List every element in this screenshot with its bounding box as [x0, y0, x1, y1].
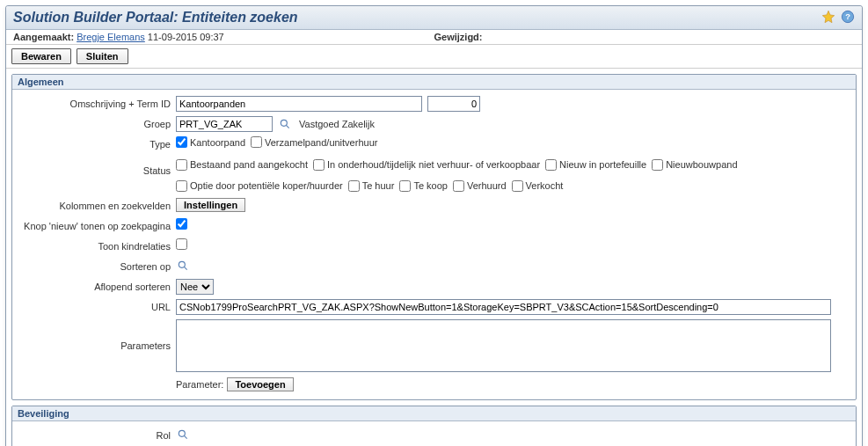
- label-child-rel: Toon kindrelaties: [18, 238, 176, 252]
- meta-bar: Aangemaakt: Bregje Elemans 11-09-2015 09…: [6, 30, 862, 45]
- status-option[interactable]: Verhuurd: [453, 178, 507, 195]
- type-checkbox[interactable]: [251, 136, 262, 148]
- status-label: Nieuwbouwpand: [666, 157, 737, 174]
- label-desc-term: Omschrijving + Term ID: [18, 96, 176, 109]
- svg-line-3: [286, 125, 289, 128]
- status-checkbox[interactable]: [652, 159, 663, 171]
- status-label: Bestaand pand aangekocht: [190, 157, 308, 174]
- label-group: Groep: [18, 116, 176, 129]
- title-bar: Solution Builder Portaal: Entiteiten zoe…: [6, 6, 862, 30]
- status-option[interactable]: Nieuw in portefeuille: [545, 157, 646, 174]
- child-rel-checkbox[interactable]: [176, 238, 187, 250]
- lookup-role-icon[interactable]: [176, 428, 190, 442]
- show-new-checkbox[interactable]: [176, 218, 187, 230]
- created-at: 11-09-2015 09:37: [148, 32, 224, 42]
- type-option[interactable]: Verzamelpand/unitverhuur: [251, 136, 377, 148]
- lookup-group-icon[interactable]: [278, 117, 292, 131]
- add-parameter-button[interactable]: Toevoegen: [227, 377, 293, 391]
- status-option[interactable]: Optie door potentiële koper/huurder: [176, 178, 343, 195]
- term-id-input[interactable]: [427, 96, 480, 112]
- status-label: Te huur: [362, 178, 395, 195]
- fieldset-security: Beveiliging Rol Beveiligingsniveau: [11, 406, 857, 446]
- type-label: Verzamelpand/unitverhuur: [265, 137, 377, 148]
- status-option[interactable]: Verkocht: [512, 178, 564, 195]
- svg-line-7: [184, 435, 187, 439]
- favorite-icon[interactable]: [821, 10, 835, 26]
- fieldset-security-header: Beveiliging: [12, 406, 856, 421]
- sort-desc-select[interactable]: Nee: [176, 279, 214, 295]
- status-option[interactable]: Te huur: [348, 178, 395, 195]
- status-checkbox[interactable]: [313, 159, 325, 171]
- status-label: Verhuurd: [467, 178, 507, 195]
- created-label: Aangemaakt:: [13, 32, 74, 42]
- label-columns: Kolommen en zoekvelden: [18, 198, 176, 211]
- modified-label: Gewijzigd:: [434, 32, 483, 42]
- url-input[interactable]: [176, 299, 831, 315]
- status-option[interactable]: Nieuwbouwpand: [652, 157, 737, 174]
- label-status: Status: [18, 157, 176, 176]
- status-checkbox[interactable]: [453, 180, 464, 192]
- description-input[interactable]: [176, 96, 422, 112]
- status-label: Te koop: [413, 178, 448, 195]
- label-sort-desc: Aflopend sorteren: [18, 279, 176, 292]
- label-role: Rol: [18, 428, 176, 441]
- window: Solution Builder Portaal: Entiteiten zoe…: [5, 5, 863, 446]
- status-option[interactable]: Te koop: [399, 178, 448, 195]
- status-checkbox[interactable]: [545, 159, 557, 171]
- fieldset-general-header: Algemeen: [12, 75, 856, 90]
- created-by-link[interactable]: Bregje Elemans: [77, 32, 145, 42]
- save-button[interactable]: Bewaren: [11, 48, 71, 64]
- lookup-sort-icon[interactable]: [176, 259, 190, 273]
- label-type: Type: [18, 136, 176, 150]
- button-bar: Bewaren Sluiten: [6, 45, 862, 69]
- svg-text:?: ?: [845, 12, 850, 21]
- group-input[interactable]: [176, 116, 273, 132]
- label-show-new: Knop 'nieuw' tonen op zoekpagina: [18, 218, 176, 231]
- status-checkbox[interactable]: [176, 159, 187, 171]
- status-option[interactable]: In onderhoud/tijdelijk niet verhuur- of …: [313, 157, 540, 174]
- help-icon[interactable]: ?: [841, 10, 855, 26]
- status-checkbox[interactable]: [512, 180, 523, 192]
- status-checkbox[interactable]: [399, 180, 411, 192]
- status-label: Nieuw in portefeuille: [559, 157, 646, 174]
- status-option[interactable]: Bestaand pand aangekocht: [176, 157, 308, 174]
- type-checkbox[interactable]: [176, 136, 187, 148]
- window-title: Solution Builder Portaal: Entiteiten zoe…: [13, 10, 298, 26]
- group-display: Vastgoed Zakelijk: [299, 119, 375, 129]
- label-sort-on: Sorteren op: [18, 259, 176, 272]
- svg-line-5: [184, 267, 187, 270]
- status-label: Verkocht: [526, 178, 564, 195]
- type-option[interactable]: Kantoorpand: [176, 136, 245, 148]
- parameters-textarea[interactable]: [176, 319, 831, 372]
- type-label: Kantoorpand: [190, 137, 245, 148]
- status-checkbox[interactable]: [348, 180, 360, 192]
- fieldset-general: Algemeen Omschrijving + Term ID Groep Va…: [11, 74, 857, 400]
- status-checkbox[interactable]: [176, 180, 187, 192]
- label-parameters: Parameters: [18, 319, 176, 351]
- close-button[interactable]: Sluiten: [77, 48, 128, 64]
- label-url: URL: [18, 299, 176, 312]
- settings-button[interactable]: Instellingen: [176, 198, 245, 212]
- parameter-add-label: Parameter:: [176, 379, 223, 390]
- status-label: Optie door potentiële koper/huurder: [190, 178, 343, 195]
- status-label: In onderhoud/tijdelijk niet verhuur- of …: [327, 157, 540, 174]
